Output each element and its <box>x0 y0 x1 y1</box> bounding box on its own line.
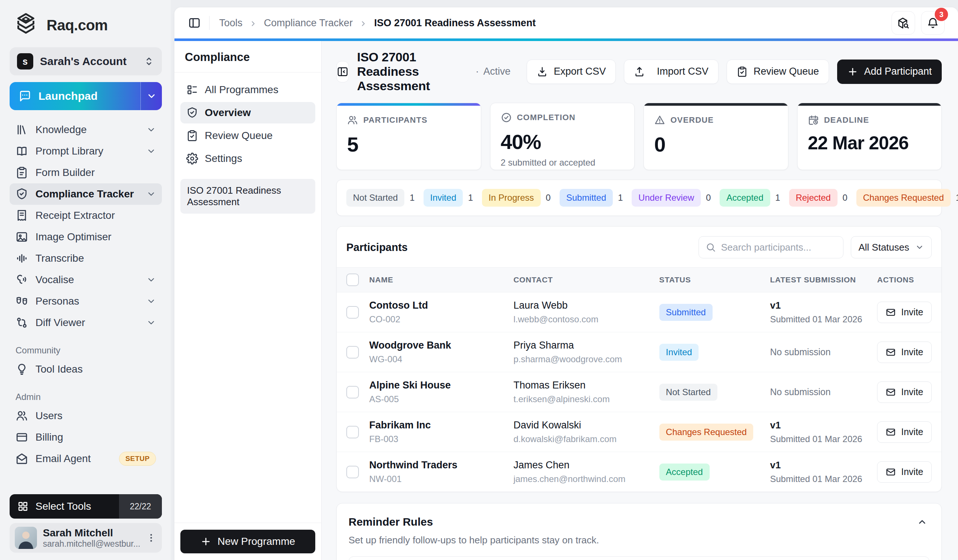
status-filter-dropdown[interactable]: All Statuses <box>851 236 932 259</box>
main-sidebar: Raq.com s Sarah's Account Launchpad <box>0 0 171 560</box>
select-tools-button[interactable]: Select Tools 22/22 <box>10 494 162 519</box>
image-icon <box>16 231 28 243</box>
search-input[interactable] <box>721 242 836 253</box>
sidebar-item-image-optimiser[interactable]: Image Optimiser <box>10 226 162 247</box>
sidebar-item-knowledge[interactable]: Knowledge <box>10 119 162 140</box>
programme-status: · Active <box>476 66 511 77</box>
launchpad-button[interactable]: Launchpad <box>10 82 162 110</box>
status-pill-in-progress: In Progress <box>482 189 541 207</box>
invite-button[interactable]: Invite <box>877 461 932 483</box>
invite-button[interactable]: Invite <box>877 381 932 403</box>
kebab-menu-icon[interactable] <box>146 532 157 543</box>
breadcrumb-compliance-tracker[interactable]: Compliance Tracker <box>264 17 353 29</box>
users-icon <box>347 114 358 126</box>
invite-button[interactable]: Invite <box>877 301 932 323</box>
sidebar-toggle-button[interactable] <box>186 14 203 32</box>
reminder-rules-description: Set up friendly follow-ups to help parti… <box>349 535 929 546</box>
chevron-down-icon <box>146 91 157 101</box>
invite-button[interactable]: Invite <box>877 421 932 443</box>
sidebar-item-vocalise[interactable]: Vocalise <box>10 269 162 290</box>
waveform-icon <box>16 252 28 265</box>
users-icon <box>16 409 28 422</box>
compliance-nav-overview[interactable]: Overview <box>180 102 315 124</box>
mail-icon <box>885 427 896 437</box>
participant-code: WG-004 <box>369 354 503 365</box>
workspace-shell: Tools Compliance Tracker ISO 27001 Readi… <box>174 7 958 560</box>
contact-name: Priya Sharma <box>513 340 649 351</box>
compliance-nav-review-queue[interactable]: Review Queue <box>180 125 315 146</box>
participant-search[interactable] <box>699 236 844 259</box>
sidebar-item-email-agent[interactable]: Email Agent SETUP <box>10 448 162 470</box>
stat-value: 40% <box>501 130 624 154</box>
stat-value: 5 <box>347 132 471 156</box>
sidebar-item-receipt-extractor[interactable]: Receipt Extractor <box>10 205 162 226</box>
launchpad-expand-button[interactable] <box>140 82 162 110</box>
brand-logo-icon <box>12 11 40 39</box>
row-checkbox[interactable] <box>346 346 359 359</box>
account-avatar: s <box>17 53 33 70</box>
export-csv-button[interactable]: Export CSV <box>527 60 616 84</box>
chevron-down-icon <box>146 125 156 135</box>
notifications-button[interactable]: 3 <box>921 11 945 35</box>
chevron-right-icon <box>359 19 367 27</box>
review-queue-button[interactable]: Review Queue <box>726 60 829 84</box>
select-tools-count: 22/22 <box>119 494 162 519</box>
participants-header: Participants All Statuses <box>337 227 941 267</box>
table-row: Northwind TradersNW-001 James Chenjames.… <box>337 452 941 492</box>
sidebar-item-transcribe[interactable]: Transcribe <box>10 247 162 269</box>
stat-value: 0 <box>654 132 778 156</box>
submission-date: No submission <box>770 347 867 357</box>
stat-card-overdue: OVERDUE 0 <box>644 103 788 170</box>
submission-version: v1 <box>770 420 867 431</box>
select-all-checkbox[interactable] <box>346 273 359 286</box>
row-checkbox[interactable] <box>346 386 359 398</box>
collapse-section-button[interactable] <box>915 514 929 529</box>
new-programme-button[interactable]: New Programme <box>180 530 315 553</box>
collapse-panel-button[interactable] <box>336 61 349 82</box>
library-icon <box>16 124 28 136</box>
breadcrumb-tools[interactable]: Tools <box>219 17 243 29</box>
notification-count-badge: 3 <box>935 8 948 21</box>
select-tools-main[interactable]: Select Tools <box>10 500 119 512</box>
participant-code: AS-005 <box>369 394 503 405</box>
row-checkbox[interactable] <box>346 466 359 478</box>
account-switcher[interactable]: s Sarah's Account <box>10 47 162 75</box>
launchpad-main[interactable]: Launchpad <box>10 82 140 110</box>
stat-accent <box>337 103 481 106</box>
shield-check-icon <box>16 188 28 200</box>
user-menu[interactable]: Sarah Mitchell sarah.mitchell@westbur... <box>10 523 162 553</box>
mail-icon <box>885 347 896 357</box>
add-participant-button[interactable]: Add Participant <box>837 60 942 84</box>
status-pill-invited: Invited <box>423 189 463 207</box>
panel-left-close-icon <box>337 66 349 78</box>
package-search-icon <box>897 17 910 29</box>
sidebar-item-personas[interactable]: Personas <box>10 290 162 312</box>
participants-table: NAME CONTACT STATUS LATEST SUBMISSION AC… <box>337 267 941 492</box>
programme-item[interactable]: ISO 27001 Readiness Assessment <box>180 179 315 214</box>
search-icon <box>706 242 716 252</box>
sidebar-item-tool-ideas[interactable]: Tool Ideas <box>10 359 162 380</box>
row-checkbox[interactable] <box>346 426 359 438</box>
setup-badge: SETUP <box>119 452 156 466</box>
panel-left-icon <box>188 17 201 29</box>
stat-card-participants: PARTICIPANTS 5 <box>336 103 481 170</box>
sidebar-item-prompt-library[interactable]: Prompt Library <box>10 140 162 162</box>
submission-date: Submitted 01 Mar 2026 <box>770 474 867 484</box>
status-badge: Accepted <box>659 463 710 481</box>
compliance-nav-all-programmes[interactable]: All Programmes <box>180 79 315 100</box>
sidebar-item-billing[interactable]: Billing <box>10 427 162 448</box>
compliance-nav-settings[interactable]: Settings <box>180 148 315 169</box>
clipboard-check-icon <box>186 130 198 141</box>
participant-name: Northwind Traders <box>369 460 503 471</box>
import-csv-button[interactable]: Import CSV <box>624 60 718 84</box>
invite-button[interactable]: Invite <box>877 341 932 363</box>
sidebar-item-form-builder[interactable]: Form Builder <box>10 162 162 183</box>
chevron-up-icon <box>917 517 927 527</box>
sidebar-item-compliance-tracker[interactable]: Compliance Tracker <box>10 183 162 205</box>
package-search-button[interactable] <box>891 11 915 35</box>
reminder-rules-panel: Reminder Rules Set up friendly follow-up… <box>336 503 942 560</box>
sidebar-item-diff-viewer[interactable]: Diff Viewer <box>10 312 162 333</box>
status-badge: Changes Requested <box>659 424 753 441</box>
sidebar-item-users[interactable]: Users <box>10 405 162 427</box>
row-checkbox[interactable] <box>346 306 359 319</box>
